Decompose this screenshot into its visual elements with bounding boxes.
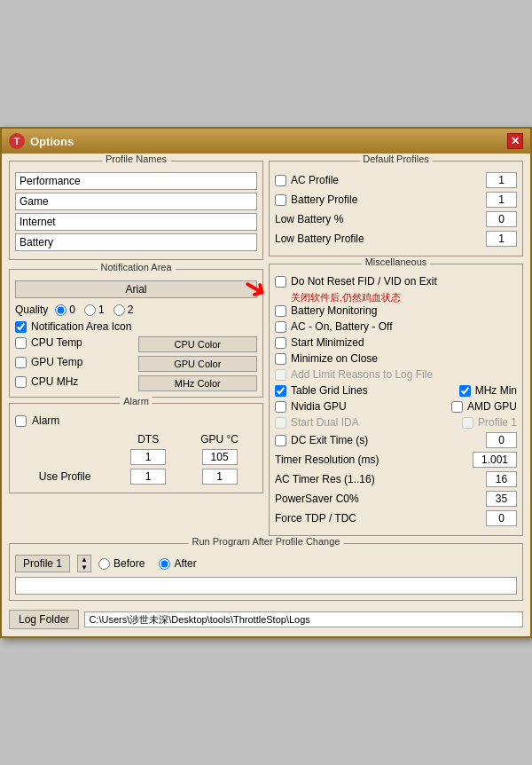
mhz-min-checkbox[interactable] bbox=[459, 385, 471, 397]
alarm-gpu-input[interactable] bbox=[202, 449, 238, 465]
quality-radio-0[interactable]: 0 bbox=[55, 304, 75, 316]
alarm-table: DTS GPU °C Use Profile bbox=[15, 430, 257, 487]
spinner-down-button[interactable]: ▼ bbox=[78, 564, 90, 572]
gpu-temp-label: GPU Temp bbox=[31, 356, 82, 368]
dc-exit-row: DC Exit Time (s) bbox=[275, 432, 517, 448]
chinese-note: 关闭软件后,仍然鸡血状态 bbox=[291, 291, 517, 304]
font-button[interactable]: Arial bbox=[15, 280, 257, 298]
title-bar: T Options ✕ bbox=[2, 129, 530, 154]
start-dual-checkbox[interactable] bbox=[275, 417, 286, 429]
ac-profile-checkbox[interactable] bbox=[275, 175, 286, 186]
start-minimized-row: Start Minimized bbox=[275, 336, 517, 349]
profile1-checkbox[interactable] bbox=[462, 417, 473, 429]
add-limit-checkbox[interactable] bbox=[275, 369, 286, 381]
ac-profile-value[interactable] bbox=[486, 172, 517, 188]
profile-names-section: Profile Names bbox=[9, 161, 263, 260]
start-dual-row: Start Dual IDA Profile 1 bbox=[275, 416, 517, 429]
low-battery-profile-row: Low Battery Profile bbox=[275, 231, 517, 247]
profile1-group: Profile 1 bbox=[462, 416, 517, 429]
gpu-color-button[interactable]: GPU Color bbox=[138, 356, 258, 372]
window-title: Options bbox=[30, 135, 74, 148]
start-dual-label: Start Dual IDA bbox=[291, 416, 359, 429]
alarm-use-profile-gpu[interactable] bbox=[202, 469, 238, 485]
amd-gpu-group: AMD GPU bbox=[451, 400, 517, 413]
main-content: Profile Names Notification Area Arial Qu… bbox=[2, 154, 530, 543]
run-program-content: Profile 1 ▲ ▼ Before After bbox=[15, 555, 517, 595]
minimize-on-close-label: Minimize on Close bbox=[291, 352, 378, 365]
profile-input-3[interactable] bbox=[15, 233, 257, 251]
run-program-input[interactable] bbox=[15, 577, 517, 595]
alarm-dts-input[interactable] bbox=[130, 449, 166, 465]
start-minimized-checkbox[interactable] bbox=[275, 337, 286, 349]
cpu-mhz-checkbox[interactable] bbox=[15, 376, 27, 388]
spinner-up-button[interactable]: ▲ bbox=[78, 556, 90, 564]
do-not-reset-label: Do Not Reset FID / VID on Exit bbox=[291, 275, 437, 288]
cpu-color-button[interactable]: CPU Color bbox=[138, 336, 258, 352]
low-battery-value[interactable] bbox=[486, 211, 517, 227]
power-saver-label: PowerSaver C0% bbox=[275, 493, 359, 505]
right-column: Default Profiles AC Profile Battery Prof… bbox=[269, 161, 523, 536]
before-label: Before bbox=[113, 557, 145, 570]
profile-input-2[interactable] bbox=[15, 213, 257, 231]
notification-icon-label: Notification Area Icon bbox=[31, 320, 131, 333]
nvidia-gpu-checkbox[interactable] bbox=[275, 401, 286, 413]
quality-radio-2[interactable]: 2 bbox=[113, 304, 134, 316]
battery-profile-value[interactable] bbox=[486, 192, 517, 208]
power-saver-value[interactable] bbox=[486, 491, 517, 507]
dc-exit-value[interactable] bbox=[486, 432, 517, 448]
mhz-color-button[interactable]: MHz Color bbox=[138, 375, 258, 391]
alarm-section: Alarm Alarm DTS GPU °C bbox=[9, 403, 263, 493]
low-battery-profile-value[interactable] bbox=[486, 231, 517, 247]
use-profile-label: Use Profile bbox=[17, 468, 113, 485]
alarm-use-profile-dts[interactable] bbox=[130, 469, 166, 485]
cpu-mhz-row: CPU MHz bbox=[15, 375, 135, 388]
default-profiles-section: Default Profiles AC Profile Battery Prof… bbox=[269, 161, 523, 256]
run-profile-button[interactable]: Profile 1 bbox=[15, 555, 70, 572]
after-radio-label[interactable]: After bbox=[159, 557, 196, 570]
gpu-temp-checkbox[interactable] bbox=[15, 357, 27, 368]
battery-monitoring-checkbox[interactable] bbox=[275, 305, 286, 317]
ac-profile-left: AC Profile bbox=[275, 174, 339, 186]
ac-timer-value[interactable] bbox=[486, 471, 517, 487]
low-battery-label: Low Battery % bbox=[275, 213, 343, 225]
profile-spinner[interactable]: ▲ ▼ bbox=[77, 555, 91, 572]
run-program-row: Profile 1 ▲ ▼ Before After bbox=[15, 555, 517, 572]
amd-gpu-checkbox[interactable] bbox=[451, 401, 463, 413]
battery-profile-row: Battery Profile bbox=[275, 192, 517, 208]
alarm-checkbox[interactable] bbox=[15, 415, 27, 427]
before-radio[interactable] bbox=[98, 558, 110, 570]
timer-res-label: Timer Resolution (ms) bbox=[275, 453, 379, 466]
low-battery-profile-label: Low Battery Profile bbox=[275, 233, 364, 245]
before-radio-label[interactable]: Before bbox=[98, 557, 145, 570]
alarm-content: Alarm DTS GPU °C bbox=[15, 414, 257, 487]
minimize-on-close-checkbox[interactable] bbox=[275, 353, 286, 365]
timer-res-value[interactable] bbox=[473, 452, 517, 468]
log-path-input[interactable] bbox=[84, 611, 523, 627]
log-folder-button[interactable]: Log Folder bbox=[9, 610, 79, 629]
ac-on-battery-off-row: AC - On, Battery - Off bbox=[275, 320, 517, 333]
mhz-min-label: MHz Min bbox=[475, 384, 517, 397]
force-tdp-value[interactable] bbox=[486, 510, 517, 526]
force-tdp-label: Force TDP / TDC bbox=[275, 512, 356, 524]
notification-icon-checkbox[interactable] bbox=[15, 321, 27, 333]
low-battery-row: Low Battery % bbox=[275, 211, 517, 227]
table-grid-checkbox[interactable] bbox=[275, 385, 286, 397]
ac-on-battery-off-checkbox[interactable] bbox=[275, 321, 286, 333]
cpu-temp-label: CPU Temp bbox=[31, 336, 82, 349]
profile-input-0[interactable] bbox=[15, 172, 257, 190]
after-radio[interactable] bbox=[159, 558, 170, 570]
battery-profile-checkbox[interactable] bbox=[275, 194, 286, 206]
dc-exit-checkbox[interactable] bbox=[275, 435, 286, 446]
cpu-temp-checkbox[interactable] bbox=[15, 337, 27, 349]
profile-input-1[interactable] bbox=[15, 193, 257, 210]
before-after-row: Before After bbox=[98, 557, 197, 570]
app-icon: T bbox=[9, 133, 25, 149]
options-window: T Options ✕ Profile Names Notification A… bbox=[0, 127, 532, 638]
do-not-reset-row: Do Not Reset FID / VID on Exit bbox=[275, 275, 517, 288]
footer: Log Folder bbox=[2, 606, 530, 636]
do-not-reset-checkbox[interactable] bbox=[275, 276, 286, 288]
notification-area-title: Notification Area bbox=[97, 262, 175, 272]
quality-radio-1[interactable]: 1 bbox=[84, 304, 105, 316]
close-button[interactable]: ✕ bbox=[507, 133, 523, 149]
battery-profile-left: Battery Profile bbox=[275, 193, 357, 206]
